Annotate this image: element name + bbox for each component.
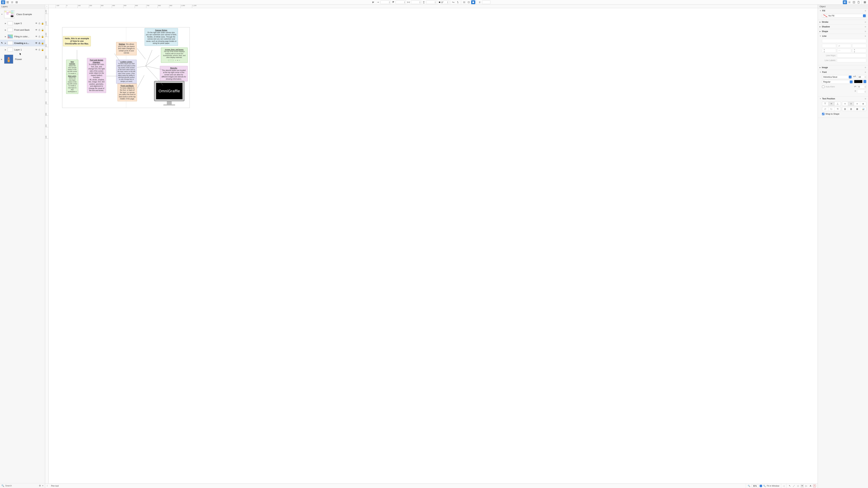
visibility-icon[interactable]: 👁 — [35, 29, 38, 31]
x-field[interactable]: ▲▼ — [380, 1, 391, 4]
font-size-field[interactable]: 16▲▼ — [857, 75, 866, 79]
disclosure-icon[interactable]: ▶ — [819, 21, 821, 23]
zoom-out-icon[interactable]: 🔍 — [748, 485, 750, 487]
halign-right-icon[interactable]: ≡ — [854, 102, 860, 106]
rotation-field[interactable]: 0°▲▼ — [441, 1, 449, 4]
lock-icon[interactable]: 🔒 — [41, 48, 44, 51]
spacing-v-icon[interactable] — [422, 0, 426, 4]
section-options-icon[interactable]: ≡ — [865, 71, 866, 73]
layer-item[interactable]: ▶ Filing in color... 👁⎙🔒 — [0, 33, 45, 40]
w-field[interactable]: ▲▼ — [411, 1, 421, 4]
line-end-select[interactable] — [852, 44, 866, 48]
gear-icon[interactable]: ⚙︎ — [39, 484, 41, 487]
lay-c-icon[interactable]: ▦ — [854, 107, 860, 111]
node-font[interactable]: Font and design changes: To change the c… — [87, 58, 106, 93]
visibility-icon[interactable]: 👁 — [35, 22, 38, 25]
halign-left-icon[interactable]: ≡ — [842, 102, 848, 106]
line-labels-select[interactable] — [837, 59, 866, 62]
rot-c-icon[interactable]: ⟲ — [835, 107, 841, 111]
tool-shape-icon[interactable]: ◇ — [797, 484, 800, 487]
columns-icon[interactable]: ⦙⦙ — [47, 485, 48, 487]
font-weight-select[interactable]: Regular⌄ — [822, 80, 853, 84]
disclosure-icon[interactable]: ▶ — [5, 36, 6, 37]
layer-item[interactable]: ▶ Front and Back 👁⎙🔒 — [0, 27, 45, 33]
snap-toggle-icon[interactable] — [467, 0, 471, 4]
lay-d-icon[interactable]: 📊 — [860, 107, 866, 111]
font-family-select[interactable]: Helvetica Neue⌄ — [822, 75, 852, 79]
disclosure-icon[interactable]: ▶ — [5, 49, 6, 51]
valign-bottom-icon[interactable]: T — [835, 102, 841, 106]
inspector-object-icon[interactable] — [843, 0, 847, 4]
fill-type-select[interactable]: No Fill ⌄ — [822, 14, 866, 18]
node-front[interactable]: Front and Back: To move objects to the f… — [118, 84, 137, 101]
sidebar-layers-icon[interactable] — [1, 0, 5, 4]
lay-a-icon[interactable]: ▤ — [842, 107, 848, 111]
fit-window[interactable]: Fit in Window — [767, 485, 779, 487]
section-options-icon[interactable]: ≡ — [865, 30, 866, 33]
node-arrows[interactable]: Arrows, lines, and boxes: The top of the… — [161, 47, 188, 63]
rot-a-icon[interactable]: ⭯ — [822, 107, 828, 111]
node-new-layer[interactable]: New Layer: Select the new layer button i… — [66, 74, 78, 94]
disclosure-icon[interactable]: ▶ — [819, 31, 821, 32]
tool-point-icon[interactable]: ▷ — [805, 484, 808, 487]
lock-icon[interactable]: 🔒 — [41, 35, 44, 38]
align-top-icon[interactable] — [391, 0, 395, 4]
snap-active-icon[interactable] — [471, 0, 475, 4]
kern-field[interactable]: 0▲▼ — [857, 85, 866, 89]
rot-b-icon[interactable]: ⭮ — [828, 107, 835, 111]
disclosure-icon[interactable]: ▶ — [5, 29, 6, 31]
print-icon[interactable]: ⎙ — [38, 35, 41, 38]
tool-text-box-icon[interactable]: A — [813, 485, 816, 487]
zoom-stepper[interactable] — [760, 485, 762, 487]
section-options-icon[interactable]: ≡ — [865, 97, 866, 100]
disclosure-icon[interactable]: ▼ — [1, 13, 3, 15]
tool-selection-icon[interactable]: ↖ — [788, 484, 791, 487]
search-input[interactable] — [5, 485, 38, 487]
distribute-h-icon[interactable] — [376, 0, 380, 4]
valign-middle-icon[interactable]: T — [828, 102, 835, 106]
text-layout-segment[interactable]: ▤ ▥ ▦ 📊 — [842, 107, 866, 111]
horizontal-align-segment[interactable]: ≡ ≡ ≡ ≣ — [842, 102, 866, 106]
flip-v-icon[interactable] — [456, 0, 460, 4]
node-sidebar[interactable]: Sidebar: this allows you to see you laye… — [116, 42, 136, 55]
print-icon[interactable]: ⎙ — [38, 29, 41, 31]
disclosure-icon[interactable]: ▶ — [819, 26, 821, 28]
layer-item[interactable]: ▶ Layer 5 👁⎙🔒 — [0, 20, 45, 27]
node-sizing[interactable]: Canvas Sizing: On the right side under c… — [145, 28, 178, 46]
node-monitor[interactable]: OmniGraffle — [154, 81, 185, 101]
align-left-icon[interactable] — [371, 0, 375, 4]
ruler-horizontal[interactable]: -100 0 100 200 300 400 500 600 700 800 9… — [45, 5, 818, 8]
node-hello[interactable]: Hello, this is an example of how to use … — [63, 36, 91, 46]
line-type-select[interactable] — [822, 39, 866, 43]
disclosure-icon[interactable]: ▼ — [819, 10, 821, 12]
line-size-b[interactable]: ▲▼ — [852, 49, 866, 53]
lock-icon[interactable]: 🔒 — [41, 29, 44, 31]
tool-pen-icon[interactable]: ✒ — [801, 484, 804, 487]
line-start-select[interactable] — [822, 44, 836, 48]
canvas-item-flower[interactable]: ▶ Flower — [0, 53, 45, 65]
tool-line-icon[interactable]: ／ — [792, 484, 796, 487]
section-options-icon[interactable]: ≡ — [865, 9, 866, 12]
grid-toggle-icon[interactable] — [462, 0, 466, 4]
section-options-icon[interactable]: ≡ — [865, 25, 866, 28]
lock-icon[interactable]: 🔒 — [41, 42, 44, 44]
line-size-a[interactable]: ▲▼ — [822, 49, 836, 53]
layer-item-selected[interactable]: ✎ ▶ Creating a c... 👁⎙🔒 — [0, 40, 45, 46]
inspector-properties-icon[interactable] — [847, 0, 851, 4]
node-lock[interactable]: Locking a layer: To lock a layer you cli… — [116, 60, 136, 84]
line-mid-select[interactable]: ⇄ — [837, 44, 851, 48]
prev-page-icon[interactable]: ◁ — [783, 485, 784, 487]
halign-justify-icon[interactable]: ≣ — [860, 102, 866, 106]
sidebar-guides-icon[interactable] — [14, 0, 19, 4]
canvas-viewport[interactable]: Hello, this is an example of how to use … — [49, 8, 818, 484]
ruler-origin[interactable]: + — [45, 5, 49, 8]
node-stencils[interactable]: Stencils: The stencils button are locate… — [160, 66, 188, 82]
h-field[interactable]: ▲▼ — [426, 1, 437, 4]
opacity-field[interactable] — [482, 1, 490, 4]
disclosure-icon[interactable]: ▶ — [5, 42, 6, 44]
section-options-icon[interactable]: ≡ — [865, 21, 866, 24]
font-color-well[interactable] — [854, 80, 863, 83]
line-curve-select[interactable]: 〰 — [837, 49, 851, 53]
flip-h-icon[interactable] — [451, 0, 455, 4]
disclosure-icon[interactable]: ▼ — [819, 35, 821, 37]
